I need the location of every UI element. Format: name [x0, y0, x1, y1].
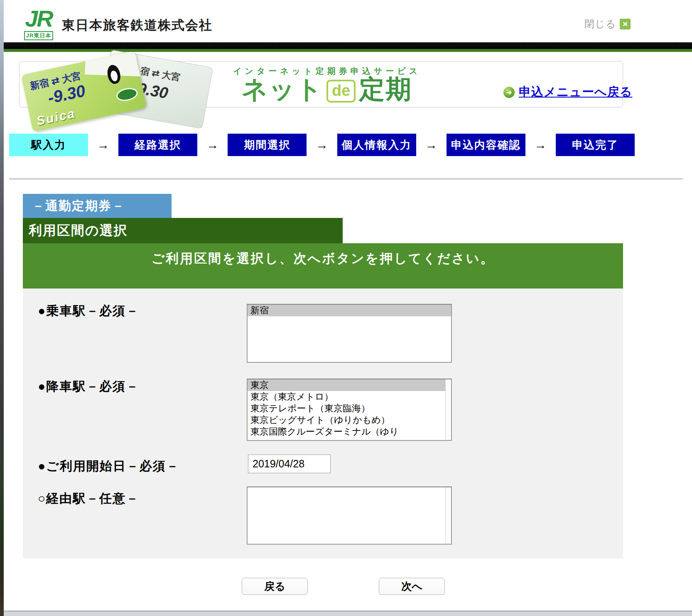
logo-teiki-text: 定期 — [359, 76, 412, 102]
logo-net-text: ネット — [242, 76, 323, 102]
green-arrow-icon: ➜ — [503, 87, 515, 98]
step-station-input: 駅入力 — [9, 134, 88, 156]
suica-brand-text: Suica — [35, 106, 77, 128]
step-arrow-icon: → — [206, 138, 219, 152]
alighting-station-select[interactable]: 東京 東京（東京メトロ） 東京テレポート（東京臨海） 東京ビッグサイト（ゆりかも… — [247, 379, 452, 441]
suica-oval-logo — [115, 86, 139, 103]
boarding-option[interactable]: 新宿 — [248, 305, 451, 316]
alighting-option[interactable]: 東京国際クルーズターミナル（ゆり — [248, 426, 451, 438]
step-period-select: 期間選択 — [228, 134, 307, 156]
via-station-label: ○経由駅－任意－ — [38, 490, 139, 507]
step-route-select: 経路選択 — [118, 134, 197, 156]
return-to-menu-label[interactable]: 申込メニューへ戻る — [519, 84, 632, 100]
alighting-option[interactable]: 東京ビッグサイト（ゆりかもめ） — [248, 414, 451, 426]
step-confirmation: 申込内容確認 — [447, 134, 525, 156]
section-title-header: 利用区間の選択 — [23, 218, 343, 243]
step-arrow-icon: → — [425, 138, 437, 152]
alighting-option[interactable]: 東京テレポート（東京臨海） — [248, 403, 451, 414]
suica-penguin-icon — [106, 64, 122, 85]
step-complete: 申込完了 — [556, 134, 635, 156]
step-arrow-icon: → — [97, 138, 110, 152]
header-green-line — [4, 49, 692, 52]
start-date-input[interactable] — [248, 455, 331, 473]
logo-de-badge: de — [326, 80, 356, 103]
step-personal-info: 個人情報入力 — [337, 134, 416, 156]
close-window-button[interactable]: 閉じる ✕ — [584, 17, 631, 31]
net-de-teiki-page: JR JR東日本 東日本旅客鉄道株式会社 閉じる ✕ 宿 ⇄ 大宮 -9.30 … — [0, 0, 692, 616]
jr-logo-mark: JR — [18, 7, 59, 31]
net-de-teiki-logo: ネット de 定期 — [228, 76, 426, 102]
return-to-menu-link[interactable]: ➜ 申込メニューへ戻る — [503, 84, 632, 100]
close-icon: ✕ — [620, 19, 631, 29]
via-station-select[interactable] — [247, 486, 452, 545]
alighting-option[interactable]: 東京（東京メトロ） — [248, 391, 451, 403]
start-date-label: ●ご利用開始日－必須－ — [38, 458, 179, 475]
listbox-scrollbar[interactable] — [445, 379, 451, 440]
boarding-station-label: ●乗車駅－必須－ — [38, 303, 139, 320]
step-arrow-icon: → — [534, 138, 547, 152]
close-label: 閉じる — [584, 17, 616, 31]
instruction-banner: ご利用区間を選択し、次へボタンを押してください。 — [23, 243, 623, 288]
next-button[interactable]: 次へ — [379, 578, 445, 595]
pass-type-header: －通勤定期券－ — [23, 194, 172, 218]
site-header: JR JR東日本 東日本旅客鉄道株式会社 閉じる ✕ — [4, 0, 692, 42]
listbox-scrollbar[interactable] — [445, 487, 451, 544]
boarding-station-select[interactable]: 新宿 — [247, 304, 452, 363]
company-name: 東日本旅客鉄道株式会社 — [62, 17, 213, 34]
progress-steps: 駅入力 → 経路選択 → 期間選択 → 個人情報入力 → 申込内容確認 → 申込… — [9, 134, 635, 156]
jr-logo-submark: JR東日本 — [24, 31, 54, 40]
alighting-option[interactable]: 東京 — [248, 379, 451, 391]
window-bottom-edge — [0, 611, 692, 616]
back-button[interactable]: 戻る — [242, 578, 308, 595]
step-arrow-icon: → — [316, 138, 328, 152]
jr-east-logo: JR JR東日本 — [18, 7, 59, 40]
desktop-wallpaper-strip — [0, 0, 4, 616]
header-dark-bar — [4, 42, 692, 49]
alighting-station-label: ●降車駅－必須－ — [38, 378, 139, 395]
section-divider — [9, 178, 683, 179]
station-selection-form: ●乗車駅－必須－ 新宿 ●降車駅－必須－ 東京 東京（東京メトロ） 東京テレポー… — [23, 288, 623, 558]
